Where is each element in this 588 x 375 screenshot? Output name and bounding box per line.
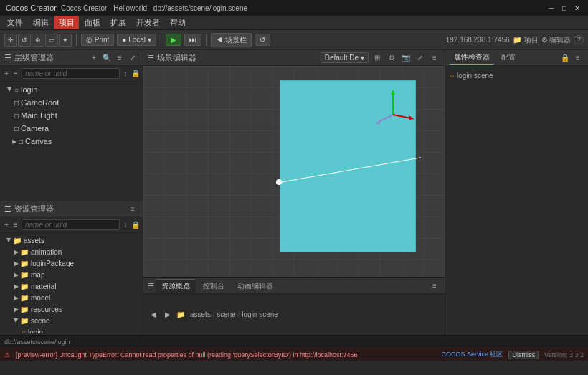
folder-icon-map: 📁 bbox=[20, 271, 29, 279]
right-panel-header: 属性检查器 配置 🔒 ≡ bbox=[445, 50, 588, 66]
asset-lock-btn[interactable]: 🔒 bbox=[131, 219, 140, 231]
asset-item-map[interactable]: ▶ 📁 map bbox=[0, 269, 143, 280]
asset-panel-header: ☰ 资源管理器 ≡ bbox=[0, 201, 143, 217]
titlebar: Cocos Creator Cocos Creator - Helloworld… bbox=[0, 0, 588, 16]
scene-mode-dropdown[interactable]: Default De ▾ bbox=[321, 52, 369, 63]
map-arrow[interactable]: ▶ bbox=[13, 270, 20, 279]
asset-item-login-scene[interactable]: ○ login bbox=[0, 326, 143, 333]
close-button[interactable]: ✕ bbox=[572, 3, 582, 13]
tab-console[interactable]: 控制台 bbox=[197, 280, 230, 293]
asset-menu-btn[interactable]: ≡ bbox=[127, 204, 138, 215]
tree-label-mainlight: Main Light bbox=[21, 111, 57, 120]
hierarchy-expand-btn[interactable]: ⤢ bbox=[127, 52, 138, 64]
tree-arrow-canvas[interactable]: ▶ bbox=[10, 137, 19, 146]
asset-actions: ≡ bbox=[127, 204, 138, 215]
menu-panel[interactable]: 面板 bbox=[80, 16, 105, 29]
asset-search-input[interactable] bbox=[22, 219, 120, 230]
scene-viewport[interactable] bbox=[143, 66, 445, 277]
sep2 bbox=[161, 34, 161, 46]
scene-bar-button[interactable]: ◀ 场景栏 bbox=[211, 33, 252, 47]
scene-arrow[interactable]: ▶ bbox=[12, 317, 21, 324]
assets-arrow[interactable]: ▶ bbox=[5, 237, 14, 244]
print-button[interactable]: ◎ Print bbox=[81, 34, 114, 46]
scene-gizmo bbox=[371, 86, 414, 129]
center-panel: ☰ 场景编辑器 Default De ▾ ⊞ ⚙ 📷 ⤢ ≡ bbox=[143, 50, 445, 335]
menu-edit[interactable]: 编辑 bbox=[29, 16, 53, 29]
tree-arrow-login[interactable]: ▶ bbox=[6, 85, 14, 94]
hierarchy-search-input[interactable] bbox=[22, 68, 120, 79]
asset-item-assets[interactable]: ▶ 📁 assets bbox=[0, 234, 143, 246]
tab-config[interactable]: 配置 bbox=[497, 51, 520, 65]
hierarchy-add-btn[interactable]: + bbox=[88, 52, 100, 64]
hierarchy-search-btn[interactable]: 🔍 bbox=[101, 52, 113, 64]
rect-tool[interactable]: ▭ bbox=[45, 34, 58, 47]
combined-tool[interactable]: ✦ bbox=[59, 34, 72, 47]
hierarchy-lock-btn[interactable]: 🔒 bbox=[131, 68, 140, 80]
hierarchy-add-node-btn[interactable]: + bbox=[3, 68, 10, 80]
asset-item-material[interactable]: ▶ 📁 material bbox=[0, 280, 143, 292]
bottom-menu-btn[interactable]: ≡ bbox=[429, 280, 440, 292]
hierarchy-menu-btn[interactable]: ≡ bbox=[114, 52, 125, 64]
menu-extend[interactable]: 扩展 bbox=[106, 16, 131, 29]
animation-arrow[interactable]: ▶ bbox=[13, 247, 20, 256]
asset-item-scene[interactable]: ▶ 📁 scene bbox=[0, 315, 143, 326]
right-panel-lock-btn[interactable]: 🔒 bbox=[559, 52, 571, 64]
scene-expand-btn[interactable]: ⤢ bbox=[414, 52, 426, 64]
menu-file[interactable]: 文件 bbox=[3, 16, 27, 29]
menubar: 文件 编辑 项目 面板 扩展 开发者 帮助 bbox=[0, 16, 588, 30]
scene-menu-btn[interactable]: ≡ bbox=[429, 52, 440, 64]
local-button[interactable]: ● Local ▾ bbox=[117, 34, 156, 46]
asset-item-resources[interactable]: ▶ 📁 resources bbox=[0, 303, 143, 315]
status-path: db://assets/scene/login bbox=[4, 338, 70, 346]
hierarchy-collapse-btn[interactable]: ↕ bbox=[122, 68, 129, 80]
breadcrumb-forward[interactable]: ▶ bbox=[162, 309, 174, 321]
svg-marker-1 bbox=[391, 90, 395, 95]
breadcrumb-back[interactable]: ◀ bbox=[148, 309, 159, 321]
property-scene: ○ login scene bbox=[450, 70, 584, 81]
loginpackage-arrow[interactable]: ▶ bbox=[13, 259, 20, 267]
right-panel-actions: 🔒 ≡ bbox=[559, 52, 584, 64]
scene-camera-btn[interactable]: 📷 bbox=[400, 52, 412, 64]
hierarchy-filter-btn[interactable]: ≡ bbox=[12, 68, 19, 80]
asset-add-btn[interactable]: + bbox=[3, 219, 10, 231]
maximize-button[interactable]: □ bbox=[559, 3, 569, 13]
refresh-button[interactable]: ↺ bbox=[255, 34, 270, 46]
menu-developer[interactable]: 开发者 bbox=[132, 16, 164, 29]
scale-tool[interactable]: ⊕ bbox=[32, 34, 44, 47]
play-button[interactable]: ▶ bbox=[166, 34, 181, 46]
network-info: 192.168.238.1:7456 📁 项目 ⚙ 编辑器 ? bbox=[446, 35, 584, 45]
breadcrumb-scene: scene bbox=[217, 310, 236, 318]
right-panel-menu-btn[interactable]: ≡ bbox=[572, 52, 584, 64]
property-content: ○ login scene bbox=[445, 66, 588, 85]
dismiss-button[interactable]: Dismiss bbox=[508, 351, 539, 359]
tree-item-canvas[interactable]: ▶ □ Canvas bbox=[0, 135, 143, 148]
menu-project[interactable]: 项目 bbox=[54, 16, 79, 29]
minimize-button[interactable]: ─ bbox=[546, 3, 556, 13]
hierarchy-title-group: ☰ 层级管理器 bbox=[4, 52, 54, 63]
version-label: Version: 3.3.2 bbox=[544, 351, 584, 359]
tree-item-mainlight[interactable]: □ Main Light bbox=[0, 109, 143, 122]
tab-asset-overview[interactable]: 资源概览 bbox=[156, 279, 196, 293]
tab-animation-editor[interactable]: 动画编辑器 bbox=[232, 280, 279, 293]
move-tool[interactable]: ✛ bbox=[4, 34, 17, 47]
step-button[interactable]: ⏭ bbox=[184, 34, 201, 46]
model-arrow[interactable]: ▶ bbox=[13, 293, 20, 302]
asset-collapse-btn[interactable]: ↕ bbox=[122, 219, 129, 231]
resources-arrow[interactable]: ▶ bbox=[13, 305, 20, 313]
tree-item-camera[interactable]: □ Camera bbox=[0, 122, 143, 135]
asset-item-animation[interactable]: ▶ 📁 animation bbox=[0, 246, 143, 257]
tab-property-inspector[interactable]: 属性检查器 bbox=[450, 51, 494, 65]
folder-icon-scene: 📁 bbox=[20, 317, 29, 325]
titlebar-controls: ─ □ ✕ bbox=[546, 3, 582, 13]
rotate-tool[interactable]: ↺ bbox=[18, 34, 31, 47]
asset-filter-btn[interactable]: ≡ bbox=[12, 219, 19, 231]
tree-item-login[interactable]: ▶ ○ login bbox=[0, 83, 143, 96]
menu-help[interactable]: 帮助 bbox=[166, 16, 190, 29]
scene-snap-btn[interactable]: ⊞ bbox=[371, 52, 383, 64]
asset-item-loginpackage[interactable]: ▶ 📁 loginPackage bbox=[0, 257, 143, 269]
tree-item-gameroot[interactable]: □ GameRoot bbox=[0, 96, 143, 109]
material-arrow[interactable]: ▶ bbox=[13, 282, 20, 290]
error-bar: ⚠ [preview-error] Uncaught TypeError: Ca… bbox=[0, 348, 588, 361]
asset-item-model[interactable]: ▶ 📁 model bbox=[0, 292, 143, 303]
scene-grid-btn[interactable]: ⚙ bbox=[386, 52, 397, 64]
